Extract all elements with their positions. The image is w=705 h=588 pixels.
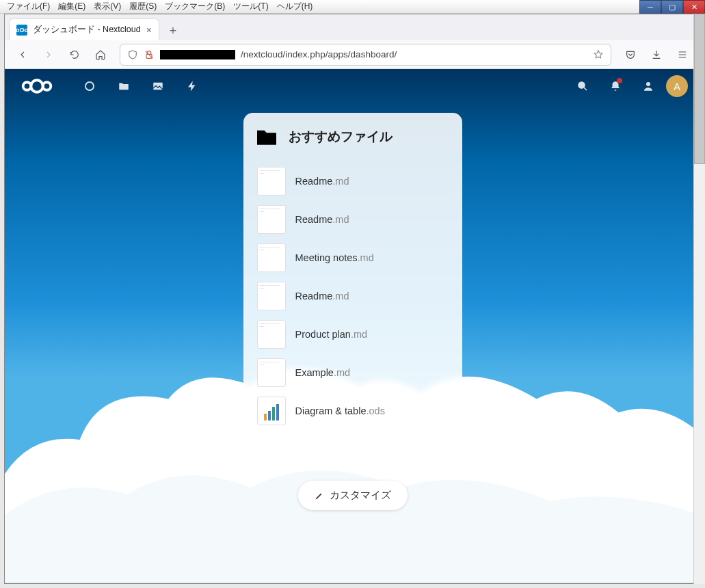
file-thumbnail: ─── ─ ── ─── ── ─ ─── (257, 205, 286, 234)
tab-close-icon[interactable]: × (146, 25, 152, 36)
customize-bar: カスタマイズ (298, 481, 408, 510)
file-thumbnail: ─── ─ ── ─── ── ─ ─── (257, 320, 286, 349)
file-item[interactable]: ─── ─ ── ─── ── ─ ───Product plan.md (257, 315, 449, 353)
widget-title-label: おすすめファイル (289, 128, 393, 146)
url-bar[interactable]: /nextcloud/index.php/apps/dashboard/ (120, 44, 611, 66)
nextcloud-header: A (5, 69, 700, 103)
dashboard-widgets: おすすめファイル ─── ─ ── ─── ── ─ ───Readme.md─… (5, 103, 700, 510)
menu-file[interactable]: ファイル(F) (3, 0, 54, 14)
menu-tools[interactable]: ツール(T) (229, 0, 272, 14)
file-thumbnail: ─── ─ ── ─── ── ─ ─── (257, 167, 286, 196)
svg-point-7 (646, 82, 650, 86)
widget-title: おすすめファイル (257, 128, 449, 146)
forward-button[interactable] (38, 44, 59, 66)
search-icon[interactable] (568, 71, 598, 101)
file-thumbnail: ─── ─ ── ─── ── ─ ─── (257, 243, 286, 272)
user-avatar[interactable]: A (666, 75, 688, 97)
bookmark-star-icon[interactable] (593, 49, 604, 60)
home-button[interactable] (90, 44, 111, 66)
file-name-label: Diagram & table.ods (295, 405, 385, 416)
file-name-label: Product plan.md (295, 329, 368, 340)
file-item[interactable]: ─── ─ ── ─── ── ─ ───Meeting notes.md (257, 239, 449, 277)
file-thumbnail (257, 397, 286, 425)
file-item[interactable]: ─── ─ ── ─── ── ─ ───Readme.md (257, 200, 449, 239)
pencil-icon (315, 491, 324, 500)
file-name-label: Meeting notes.md (295, 252, 374, 263)
back-button[interactable] (12, 44, 34, 66)
downloads-icon[interactable] (646, 44, 667, 66)
file-name-label: Readme.md (295, 176, 349, 187)
pocket-icon[interactable] (620, 44, 641, 66)
browser-window: oOo ダッシュボード - Nextcloud × + /nextcloud/i… (4, 14, 701, 584)
shield-icon (127, 49, 138, 60)
file-item[interactable]: ─── ─ ── ─── ── ─ ───Example.md (257, 353, 449, 392)
maximize-button[interactable]: ▢ (661, 0, 683, 14)
file-name-label: Readme.md (295, 214, 349, 225)
app-menu-icon[interactable] (671, 44, 693, 66)
customize-button[interactable]: カスタマイズ (298, 481, 408, 510)
contacts-icon[interactable] (633, 71, 663, 101)
new-tab-button[interactable]: + (163, 21, 183, 40)
notifications-icon[interactable] (600, 71, 630, 101)
file-thumbnail: ─── ─ ── ─── ── ─ ─── (257, 358, 286, 387)
recommended-files-widget: おすすめファイル ─── ─ ── ─── ── ─ ───Readme.md─… (243, 113, 462, 442)
svg-point-3 (43, 82, 51, 90)
menu-bookmark[interactable]: ブックマーク(B) (161, 0, 229, 14)
file-thumbnail: ─── ─ ── ─── ── ─ ─── (257, 282, 286, 310)
close-button[interactable]: ✕ (683, 0, 705, 14)
customize-label: カスタマイズ (330, 489, 391, 502)
file-item[interactable]: Diagram & table.ods (257, 392, 449, 430)
photos-nav-icon[interactable] (143, 71, 173, 101)
page-content: A おすすめファイル ─── ─ ── ─── ── ─ ───Readme.m… (5, 69, 700, 583)
menu-help[interactable]: ヘルプ(H) (273, 0, 317, 14)
dashboard-nav-icon[interactable] (75, 71, 105, 101)
url-path: /nextcloud/index.php/apps/dashboard/ (241, 49, 397, 59)
nextcloud-logo-icon[interactable] (17, 76, 57, 96)
reload-button[interactable] (64, 44, 85, 66)
svg-point-6 (578, 82, 585, 88)
notification-badge (617, 78, 622, 83)
file-item[interactable]: ─── ─ ── ─── ── ─ ───Readme.md (257, 162, 449, 200)
window-controls: ─ ▢ ✕ (639, 0, 705, 14)
tab-favicon-icon: oOo (16, 25, 27, 36)
svg-rect-5 (153, 83, 163, 90)
folder-icon (257, 129, 276, 145)
browser-tab[interactable]: oOo ダッシュボード - Nextcloud × (9, 18, 159, 40)
file-list: ─── ─ ── ─── ── ─ ───Readme.md─── ─ ── ─… (257, 162, 449, 430)
tab-bar: oOo ダッシュボード - Nextcloud × + (5, 14, 700, 40)
file-name-label: Readme.md (295, 291, 349, 302)
files-nav-icon[interactable] (109, 71, 139, 101)
browser-toolbar: /nextcloud/index.php/apps/dashboard/ (5, 40, 700, 69)
tab-title: ダッシュボード - Nextcloud (33, 24, 141, 36)
minimize-button[interactable]: ─ (639, 0, 661, 14)
file-name-label: Example.md (295, 367, 351, 378)
os-menubar: ファイル(F) 編集(E) 表示(V) 履歴(S) ブックマーク(B) ツール(… (0, 0, 705, 14)
svg-point-4 (85, 82, 94, 90)
menu-edit[interactable]: 編集(E) (54, 0, 90, 14)
activity-nav-icon[interactable] (177, 71, 207, 101)
file-item[interactable]: ─── ─ ── ─── ── ─ ───Readme.md (257, 277, 449, 315)
menu-history[interactable]: 履歴(S) (125, 0, 161, 14)
svg-point-2 (31, 80, 42, 92)
url-host-redacted (160, 50, 235, 59)
lock-slash-icon (144, 49, 155, 60)
menu-view[interactable]: 表示(V) (90, 0, 125, 14)
